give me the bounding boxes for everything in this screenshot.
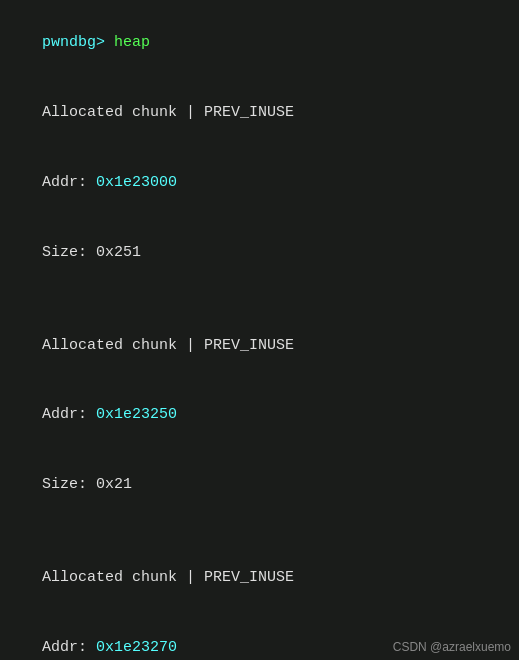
chunk-2-header: Allocated chunk | PREV_INUSE: [6, 543, 513, 613]
prompt-prefix: pwndbg>: [42, 34, 105, 51]
chunk-1-header: Allocated chunk | PREV_INUSE: [6, 310, 513, 380]
chunk-1-addr: Addr: 0x1e23250: [6, 380, 513, 450]
chunk-0-addr: Addr: 0x1e23000: [6, 148, 513, 218]
prompt-command: heap: [105, 34, 150, 51]
chunk-0-size: Size: 0x251: [6, 217, 513, 287]
terminal: pwndbg> heap Allocated chunk | PREV_INUS…: [0, 0, 519, 660]
prompt-line: pwndbg> heap: [6, 8, 513, 78]
chunk-0-header: Allocated chunk | PREV_INUSE: [6, 78, 513, 148]
watermark: CSDN @azraelxuemo: [393, 640, 511, 654]
chunk-1-size: Size: 0x21: [6, 450, 513, 520]
